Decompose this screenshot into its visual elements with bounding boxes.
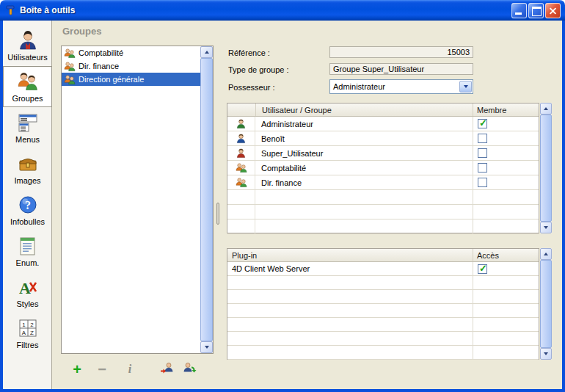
splitter-grip-icon xyxy=(216,203,219,225)
sidebar-item-groupes[interactable]: Groupes xyxy=(3,66,52,107)
scroll-up-button[interactable] xyxy=(540,103,552,115)
styles-icon: A xyxy=(17,276,39,298)
member-name: Benoît xyxy=(255,131,473,145)
combo-dropdown-button[interactable] xyxy=(459,81,472,92)
member-checkbox[interactable] xyxy=(478,163,487,173)
sidebar-item-enum[interactable]: Enum. xyxy=(3,231,52,272)
table-row[interactable]: Dir. finance xyxy=(227,175,539,190)
window-title: Boîte à outils xyxy=(20,5,75,15)
list-item[interactable]: Direction générale xyxy=(62,73,200,86)
member-checkbox[interactable] xyxy=(478,119,487,128)
group-list: Comptabilité Dir. fi xyxy=(61,46,214,354)
list-item[interactable]: Comptabilité xyxy=(62,46,200,59)
column-header-acces[interactable]: Accès xyxy=(473,251,539,260)
enumeration-icon xyxy=(17,235,39,257)
arrow-down-icon xyxy=(544,352,548,355)
arrow-down-icon xyxy=(205,346,209,349)
table-row[interactable]: Benoît xyxy=(227,131,539,146)
plugins-table: Plug-in Accès 4D Client Web Server xyxy=(227,248,539,360)
scroll-down-button[interactable] xyxy=(540,222,552,233)
sidebar: Utilisateurs Groupes xyxy=(3,21,52,389)
group-icon xyxy=(227,175,255,189)
minus-icon: − xyxy=(98,361,106,378)
column-header-membre[interactable]: Membre xyxy=(473,106,539,115)
member-checkbox[interactable] xyxy=(478,134,487,143)
scroll-down-button[interactable] xyxy=(540,348,552,360)
table-row[interactable]: 4D Client Web Server xyxy=(227,262,539,276)
assign-user-button[interactable] xyxy=(158,360,177,379)
scroll-thumb[interactable] xyxy=(200,58,213,341)
empty-table-row xyxy=(227,190,539,205)
maximize-button[interactable] xyxy=(528,3,544,18)
column-header-utilisateur-groupe[interactable]: Utilisateur / Groupe xyxy=(256,106,473,115)
scroll-up-button[interactable] xyxy=(540,248,552,260)
svg-text:A: A xyxy=(21,330,26,336)
remove-group-button[interactable]: − xyxy=(93,360,111,379)
menus-icon xyxy=(17,112,39,134)
sidebar-item-utilisateurs[interactable]: Utilisateurs xyxy=(3,25,52,66)
refresh-users-button[interactable] xyxy=(180,360,199,379)
splitter[interactable] xyxy=(216,46,221,374)
table-row[interactable]: Administrateur xyxy=(227,117,539,131)
images-icon xyxy=(17,153,39,175)
add-group-button[interactable]: + xyxy=(68,360,86,379)
close-button[interactable] xyxy=(545,3,561,18)
icon-column-header[interactable] xyxy=(227,104,255,116)
page-title: Groupes xyxy=(62,26,101,37)
plugin-name: 4D Client Web Server xyxy=(227,262,473,275)
owner-value: Administrateur xyxy=(330,80,473,93)
scroll-track[interactable] xyxy=(200,58,213,341)
member-name: Dir. finance xyxy=(255,175,473,189)
toolbox-window: Boîte à outils xyxy=(0,0,565,392)
group-type-field: Groupe Super_Utilisateur xyxy=(329,63,473,75)
tooltip-icon: ? xyxy=(17,194,39,216)
sidebar-label: Styles xyxy=(17,300,39,308)
sidebar-item-menus[interactable]: Menus xyxy=(3,107,52,148)
sidebar-label: Infobulles xyxy=(10,217,45,226)
superuser-icon xyxy=(227,146,255,160)
scroll-thumb[interactable] xyxy=(540,115,552,222)
info-icon: i xyxy=(128,363,131,376)
scroll-down-button[interactable] xyxy=(200,341,213,353)
member-name: Comptabilité xyxy=(255,161,473,175)
sidebar-label: Utilisateurs xyxy=(7,53,47,62)
svg-text:Z: Z xyxy=(30,330,34,336)
user-icon xyxy=(227,131,255,145)
sidebar-label: Menus xyxy=(15,135,40,144)
column-header-plugin[interactable]: Plug-in xyxy=(227,251,473,260)
owner-combobox[interactable]: Administrateur xyxy=(329,79,473,94)
empty-table-row xyxy=(227,346,539,360)
plugins-table-header: Plug-in Accès xyxy=(227,249,539,262)
scroll-up-button[interactable] xyxy=(200,46,213,58)
sidebar-item-styles[interactable]: A Styles xyxy=(3,272,52,313)
group-type-label: Type de groupe : xyxy=(228,65,289,74)
window-controls xyxy=(511,3,561,18)
arrow-down-icon xyxy=(544,226,548,229)
table-row[interactable]: Super_Utilisateur xyxy=(227,146,539,161)
list-item-label: Dir. finance xyxy=(79,62,119,70)
svg-text:2: 2 xyxy=(30,322,34,328)
member-checkbox[interactable] xyxy=(478,148,487,158)
scroll-track[interactable] xyxy=(540,115,552,222)
sidebar-item-images[interactable]: Images xyxy=(3,148,52,189)
scroll-thumb[interactable] xyxy=(540,260,552,348)
reference-label: Référence : xyxy=(228,48,270,57)
group-list-scrollbar xyxy=(200,46,213,353)
chevron-down-icon xyxy=(464,85,468,88)
member-checkbox[interactable] xyxy=(478,178,487,187)
scroll-track[interactable] xyxy=(540,260,552,348)
table-row[interactable]: Comptabilité xyxy=(227,161,539,175)
filters-icon: 1 2 A Z xyxy=(17,317,39,339)
sidebar-label: Groupes xyxy=(12,94,43,103)
reference-field[interactable]: 15003 xyxy=(329,46,473,58)
sidebar-item-infobulles[interactable]: ? Infobulles xyxy=(3,189,52,231)
title-bar[interactable]: Boîte à outils xyxy=(0,0,565,21)
window-frame: Utilisateurs Groupes xyxy=(0,21,565,392)
minimize-button[interactable] xyxy=(511,3,527,18)
info-button[interactable]: i xyxy=(123,360,137,379)
access-checkbox[interactable] xyxy=(478,264,487,274)
members-table-header: Utilisateur / Groupe Membre xyxy=(227,104,539,117)
list-item[interactable]: Dir. finance xyxy=(62,59,200,73)
sidebar-item-filtres[interactable]: 1 2 A Z Filtres xyxy=(3,313,52,354)
sidebar-label: Images xyxy=(14,176,40,185)
